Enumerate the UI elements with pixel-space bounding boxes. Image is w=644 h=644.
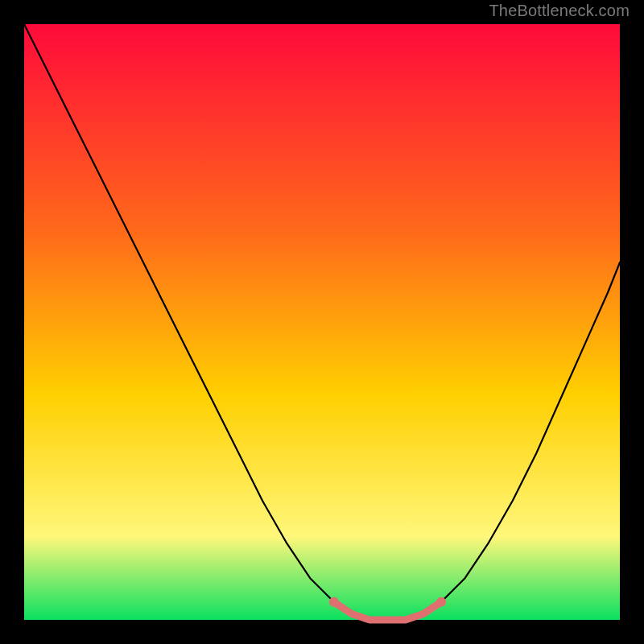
chart-svg xyxy=(0,0,644,644)
watermark-text: TheBottleneck.com xyxy=(489,2,630,20)
highlight-dot-right xyxy=(436,597,446,607)
highlight-dot-left xyxy=(329,597,339,607)
plot-area xyxy=(24,24,620,620)
chart-frame: TheBottleneck.com xyxy=(0,0,644,644)
